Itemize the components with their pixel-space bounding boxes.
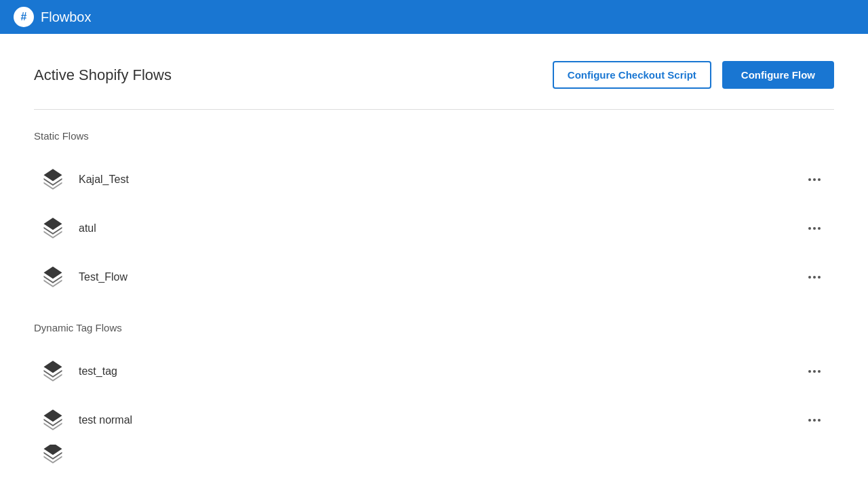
flow-item-partial [34,445,834,469]
page-header: Active Shopify Flows Configure Checkout … [34,61,834,89]
menu-dot [808,370,811,373]
flow-icon-partial [41,445,65,466]
menu-dot [813,370,816,373]
svg-marker-12 [44,409,62,422]
flow-icon-atul [41,216,65,241]
flow-icon-kajal-test [41,167,65,192]
layers-icon [41,445,65,466]
menu-dot [808,276,811,279]
flow-menu-atul[interactable] [802,223,827,234]
svg-marker-6 [44,266,62,279]
flow-name-kajal-test: Kajal_Test [79,174,802,186]
layers-icon [41,359,65,384]
menu-dot [818,419,821,422]
logo: # Flowbox [14,7,91,27]
flow-menu-test-tag[interactable] [802,366,827,377]
static-flows-section: Static Flows Kajal_Test [34,130,834,302]
layers-icon [41,167,65,192]
flow-item-test-normal: test normal [34,396,834,445]
header-actions: Configure Checkout Script Configure Flow [553,61,834,89]
flow-item-test-tag: test_tag [34,347,834,396]
dynamic-tag-flows-section: Dynamic Tag Flows test_tag [34,322,834,469]
svg-marker-3 [44,218,62,230]
flow-menu-test-flow[interactable] [802,272,827,283]
layers-icon [41,265,65,289]
svg-marker-0 [44,169,62,181]
static-flows-title: Static Flows [34,130,834,142]
menu-dot [813,227,816,230]
layers-icon [41,216,65,241]
svg-marker-15 [44,445,62,455]
flow-item-atul: atul [34,204,834,253]
menu-dot [818,227,821,230]
main-content: Active Shopify Flows Configure Checkout … [0,34,868,488]
menu-dot [813,178,816,181]
menu-dot [808,178,811,181]
flow-item-test-flow: Test_Flow [34,253,834,302]
flow-menu-kajal-test[interactable] [802,174,827,185]
app-header: # Flowbox [0,0,868,34]
flow-icon-test-flow [41,265,65,289]
flow-item-kajal-test: Kajal_Test [34,155,834,204]
flow-name-test-flow: Test_Flow [79,271,802,283]
menu-dot [818,178,821,181]
menu-dot [808,227,811,230]
svg-marker-9 [44,361,62,373]
flow-name-test-normal: test normal [79,414,802,426]
layers-icon [41,408,65,432]
menu-dot [818,370,821,373]
menu-dot [808,419,811,422]
menu-dot [813,419,816,422]
flow-menu-test-normal[interactable] [802,415,827,426]
dynamic-tag-flows-title: Dynamic Tag Flows [34,322,834,333]
flow-icon-test-normal [41,408,65,432]
flow-icon-test-tag [41,359,65,384]
flow-name-atul: atul [79,222,802,235]
logo-icon: # [14,7,34,27]
header-divider [34,109,834,110]
logo-text: Flowbox [41,9,91,25]
page-title: Active Shopify Flows [34,66,172,84]
menu-dot [818,276,821,279]
configure-checkout-script-button[interactable]: Configure Checkout Script [553,61,711,89]
menu-dot [813,276,816,279]
configure-flow-button[interactable]: Configure Flow [722,61,834,89]
flow-name-test-tag: test_tag [79,365,802,378]
